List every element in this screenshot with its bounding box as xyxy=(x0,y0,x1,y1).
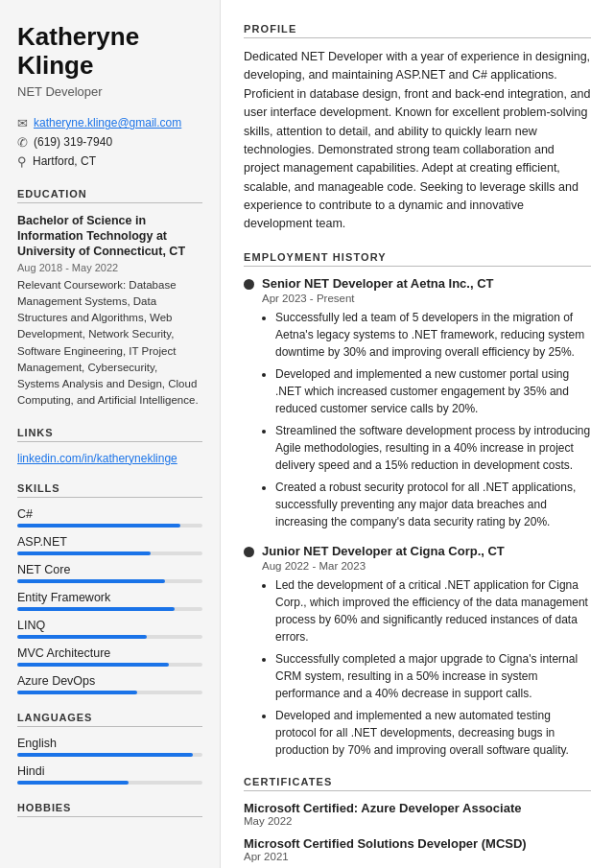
employment-section-label: EMPLOYMENT HISTORY xyxy=(244,251,591,267)
certificate-block: Microsoft Certified Solutions Developer … xyxy=(244,836,591,862)
language-name: Hindi xyxy=(17,764,202,778)
edu-dates: Aug 2018 - May 2022 xyxy=(17,262,202,273)
location-text: Hartford, CT xyxy=(33,154,96,168)
skill-item: Entity Framework xyxy=(17,591,202,611)
skill-bar-fill xyxy=(17,663,169,667)
job-bullet: Successfully completed a major upgrade t… xyxy=(275,650,591,702)
links-list: linkedin.com/in/katheryneklinge xyxy=(17,452,202,465)
job-bullets: Led the development of a critical .NET a… xyxy=(262,576,591,759)
job-title: Junior NET Developer at Cigna Corp., CT xyxy=(262,544,505,558)
contact-block: ✉ katheryne.klinge@gmail.com ✆ (619) 319… xyxy=(17,116,202,169)
phone-icon: ✆ xyxy=(17,135,28,150)
job-bullet: Successfully led a team of 5 developers … xyxy=(275,309,591,361)
language-bar-bg xyxy=(17,781,202,785)
skill-bar-bg xyxy=(17,663,202,667)
skill-bar-bg xyxy=(17,551,202,555)
contact-email: ✉ katheryne.klinge@gmail.com xyxy=(17,116,202,130)
contact-phone: ✆ (619) 319-7940 xyxy=(17,135,202,150)
certificate-name: Microsoft Certified Solutions Developer … xyxy=(244,836,591,851)
coursework-label: Relevant Coursework: xyxy=(17,279,129,291)
skill-item: MVC Architecture xyxy=(17,646,202,667)
job-title: Senior NET Developer at Aetna Inc., CT xyxy=(262,276,494,291)
skill-name: ASP.NET xyxy=(17,535,202,549)
email-icon: ✉ xyxy=(17,116,28,130)
job-bullet: Developed and implemented a new automate… xyxy=(275,707,591,759)
certificate-name: Microsoft Certified: Azure Developer Ass… xyxy=(244,801,591,815)
job-date: Apr 2023 - Present xyxy=(262,293,591,304)
candidate-name: Katheryne Klinge xyxy=(17,23,202,81)
job-bullet: Developed and implemented a new customer… xyxy=(275,365,591,417)
coursework-text: Database Management Systems, Data Struct… xyxy=(17,279,199,407)
certificates-section-label: CERTIFICATES xyxy=(244,776,591,791)
job-date: Aug 2022 - Mar 2023 xyxy=(262,560,591,572)
skills-list: C# ASP.NET NET Core Entity Framework LIN… xyxy=(17,507,202,694)
language-bar-fill xyxy=(17,781,129,785)
job-dot xyxy=(244,547,254,557)
job-dot xyxy=(244,279,254,290)
skill-bar-bg xyxy=(17,635,202,639)
skill-bar-fill xyxy=(17,607,175,611)
job-header: Senior NET Developer at Aetna Inc., CT xyxy=(244,276,591,291)
candidate-title: NET Developer xyxy=(17,84,202,99)
language-bar-fill xyxy=(17,753,193,757)
skills-label: SKILLS xyxy=(17,482,202,498)
language-bar-bg xyxy=(17,753,202,757)
linkedin-link[interactable]: linkedin.com/in/katheryneklinge xyxy=(17,452,202,465)
edu-coursework: Relevant Coursework: Database Management… xyxy=(17,277,202,410)
skill-bar-fill xyxy=(17,524,180,528)
skill-item: C# xyxy=(17,507,202,528)
location-icon: ⚲ xyxy=(17,154,27,169)
resume-container: Katheryne Klinge NET Developer ✉ kathery… xyxy=(0,0,614,868)
skill-bar-bg xyxy=(17,524,202,528)
skill-bar-bg xyxy=(17,579,202,583)
certificate-block: Microsoft Certified: Azure Developer Ass… xyxy=(244,801,591,827)
profile-text: Dedicated NET Developer with a year of e… xyxy=(244,48,591,234)
sidebar: Katheryne Klinge NET Developer ✉ kathery… xyxy=(0,0,221,868)
jobs-list: Senior NET Developer at Aetna Inc., CT A… xyxy=(244,276,591,759)
skill-bar-fill xyxy=(17,691,137,694)
skill-item: LINQ xyxy=(17,619,202,639)
skill-name: LINQ xyxy=(17,619,202,632)
skill-bar-fill xyxy=(17,579,165,583)
skill-item: Azure DevOps xyxy=(17,674,202,694)
skill-bar-bg xyxy=(17,691,202,694)
languages-list: English Hindi xyxy=(17,737,202,785)
job-bullet: Streamlined the software development pro… xyxy=(275,422,591,474)
skill-bar-fill xyxy=(17,635,147,639)
hobbies-label: HOBBIES xyxy=(17,802,202,817)
edu-degree: Bachelor of Science in Information Techn… xyxy=(17,213,202,260)
phone-text: (619) 319-7940 xyxy=(34,135,112,149)
profile-section-label: PROFILE xyxy=(244,23,591,38)
languages-label: LANGUAGES xyxy=(17,712,202,727)
skill-name: NET Core xyxy=(17,563,202,576)
certificate-date: May 2022 xyxy=(244,815,591,827)
skill-bar-fill xyxy=(17,551,151,555)
job-bullet: Led the development of a critical .NET a… xyxy=(275,576,591,645)
skill-name: C# xyxy=(17,507,202,521)
links-label: LINKS xyxy=(17,427,202,442)
skill-bar-bg xyxy=(17,607,202,611)
job-bullets: Successfully led a team of 5 developers … xyxy=(262,309,591,530)
job-header: Junior NET Developer at Cigna Corp., CT xyxy=(244,544,591,558)
contact-location: ⚲ Hartford, CT xyxy=(17,154,202,169)
skill-item: NET Core xyxy=(17,563,202,583)
skill-name: MVC Architecture xyxy=(17,646,202,660)
certificates-list: Microsoft Certified: Azure Developer Ass… xyxy=(244,801,591,862)
main-content: PROFILE Dedicated NET Developer with a y… xyxy=(221,0,614,868)
job-bullet: Created a robust security protocol for a… xyxy=(275,479,591,530)
job-block: Junior NET Developer at Cigna Corp., CT … xyxy=(244,544,591,759)
skill-name: Entity Framework xyxy=(17,591,202,604)
language-item: English xyxy=(17,737,202,757)
language-name: English xyxy=(17,737,202,750)
skill-item: ASP.NET xyxy=(17,535,202,555)
certificate-date: Apr 2021 xyxy=(244,851,591,862)
skill-name: Azure DevOps xyxy=(17,674,202,688)
language-item: Hindi xyxy=(17,764,202,785)
job-block: Senior NET Developer at Aetna Inc., CT A… xyxy=(244,276,591,530)
email-link[interactable]: katheryne.klinge@gmail.com xyxy=(34,116,181,129)
education-label: EDUCATION xyxy=(17,188,202,203)
